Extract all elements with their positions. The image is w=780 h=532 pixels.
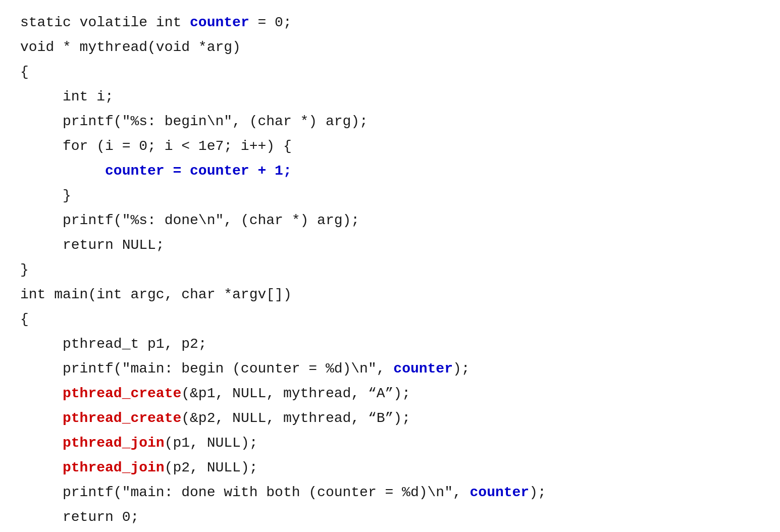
code-token: counter	[190, 15, 249, 30]
code-line: for (i = 0; i < 1e7; i++) {	[20, 134, 546, 158]
code-line: void * mythread(void *arg)	[20, 35, 546, 60]
code-container: static volatile int counter = 0;void * m…	[20, 10, 546, 532]
code-token: counter	[393, 361, 453, 377]
code-token: (&p1, NULL, mythread, “A”);	[181, 386, 410, 401]
code-line: int i;	[20, 84, 546, 109]
code-line: pthread_join(p2, NULL);	[20, 455, 546, 480]
code-line: printf("main: done with both (counter = …	[20, 480, 546, 505]
code-token: );	[453, 361, 470, 377]
code-line: pthread_join(p1, NULL);	[20, 431, 546, 455]
code-line: pthread_t p1, p2;	[20, 332, 546, 356]
code-token: (&p2, NULL, mythread, “B”);	[181, 410, 410, 426]
code-token: counter	[470, 485, 530, 500]
code-line: counter = counter + 1;	[20, 158, 546, 183]
code-token	[20, 386, 63, 401]
code-token: pthread_create	[63, 410, 181, 426]
code-line: pthread_create(&p1, NULL, mythread, “A”)…	[20, 381, 546, 406]
code-line: {	[20, 307, 546, 332]
code-token: printf("main: begin (counter = %d)\n",	[20, 361, 393, 377]
code-token: pthread_create	[63, 386, 181, 401]
code-line: return 0;	[20, 505, 546, 529]
code-token: );	[529, 485, 546, 500]
code-line: pthread_create(&p2, NULL, mythread, “B”)…	[20, 406, 546, 431]
code-line: }	[20, 183, 546, 208]
code-line: }	[20, 257, 546, 282]
code-token	[20, 435, 63, 451]
code-line: }	[20, 529, 546, 532]
code-token: static volatile int	[20, 15, 190, 30]
code-line: printf("%s: done\n", (char *) arg);	[20, 208, 546, 233]
code-line: printf("main: begin (counter = %d)\n", c…	[20, 356, 546, 381]
code-token: (p1, NULL);	[165, 435, 258, 451]
code-token: pthread_join	[63, 460, 165, 475]
code-line: printf("%s: begin\n", (char *) arg);	[20, 109, 546, 134]
code-token	[20, 460, 63, 475]
code-line: static volatile int counter = 0;	[20, 10, 546, 35]
code-line: {	[20, 60, 546, 84]
code-token: = 0;	[249, 15, 292, 30]
code-line: return NULL;	[20, 233, 546, 257]
code-line: int main(int argc, char *argv[])	[20, 282, 546, 307]
code-token	[20, 410, 63, 426]
code-token: pthread_join	[63, 435, 165, 451]
code-token: printf("main: done with both (counter = …	[20, 485, 470, 500]
code-token: (p2, NULL);	[165, 460, 258, 475]
